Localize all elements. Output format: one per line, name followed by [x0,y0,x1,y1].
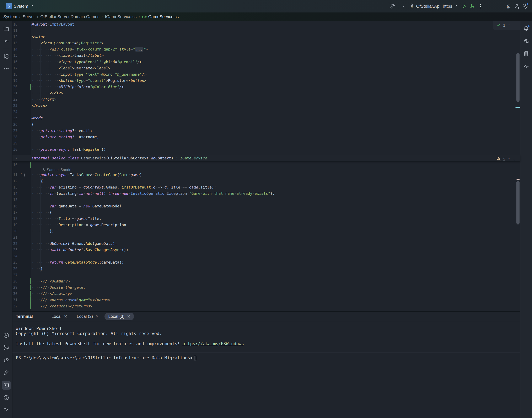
terminal-tab-local-2-[interactable]: Local (2)✕ [73,313,103,320]
inspection-count: 2 [503,157,505,162]
code-line-7[interactable]: 7internal·sealed·class·GameService(OfSte… [12,155,520,161]
project-selector[interactable]: System [14,3,34,10]
terminal-link[interactable]: https://aka.ms/PSWindows [182,341,244,346]
build-button[interactable] [388,2,397,10]
prev-problem-button[interactable]: ⌃ [508,24,511,27]
profiler-icon[interactable] [2,356,11,365]
code-line-21[interactable]: 21········</div> [12,90,520,96]
structure-icon[interactable] [2,52,11,61]
run-configuration-selector[interactable]: OfStellar.Api: https [409,3,458,10]
ai-assistant-icon[interactable] [522,36,531,46]
code-line-20[interactable]: 20············<DfChip·Color="@Color.Blue… [12,84,520,90]
code-line-22[interactable]: 22····</form> [12,96,520,103]
code-line-24[interactable]: 24 [12,109,520,115]
close-icon[interactable]: ✕ [64,314,67,319]
code-line-18[interactable]: 18············Title·=·game.Title, [12,216,520,222]
problems-icon[interactable] [2,393,11,402]
run-icon[interactable] [2,331,11,340]
code-line-25[interactable]: 25@code [12,115,520,121]
code-line-27[interactable]: 27····private·string?·_email; [12,128,520,134]
code-line-10[interactable]: 10 [12,162,520,168]
terminal-tab-local-3-[interactable]: Local (3)✕ [104,313,134,320]
terminal-prompt[interactable]: PS C:\dev\system\server\src\OfStellar.In… [16,355,196,361]
code-line-18[interactable]: 18············<input·type="text"·@bind="… [12,71,520,78]
code-line-28[interactable]: 28····private·string?·_username; [12,134,520,140]
code-line-23[interactable]: 23</main> [12,103,520,109]
code-line-31[interactable]: 31····///·<param·name="game"></param> [12,297,520,303]
sticky-class-header[interactable]: 7internal·sealed·class·GameService(OfSte… [12,155,520,162]
run-button[interactable] [460,2,468,10]
build-icon[interactable] [2,368,11,377]
code-line-17[interactable]: 17········{ [12,209,520,216]
next-problem-button[interactable]: ⌄ [513,24,516,27]
code-line-19[interactable]: 19············<button·type="submit">Regi… [12,78,520,84]
breadcrumb-item-system[interactable]: System [2,14,19,19]
code-line-25[interactable]: 25········return·GameDataToModel(gameDat… [12,259,520,266]
code-line-12[interactable]: 12····{ [12,178,520,184]
code-line-11[interactable]: 11^····public·async·Task<Game>·CreateGam… [12,172,520,178]
code-line-30[interactable]: 30····private·async·Task·Register() [12,146,520,152]
services-icon[interactable] [2,343,11,352]
code-line-17[interactable]: 17············<label>Username</label> [12,65,520,71]
ai-assistant-button[interactable]: @ [505,2,513,10]
more-options-button[interactable]: ⋮ [476,2,485,10]
editor-pane-csharp[interactable]: 10Samuel Sandri11^····public·async·Task<… [12,162,520,309]
editor-area[interactable]: 10@layout·EmptyLayout1112<main>13····<fo… [12,21,520,311]
line-number: 20 [12,84,17,90]
breadcrumb-item-gameservice-cs[interactable]: C#GameService.cs [141,14,180,19]
code-line-16[interactable]: 16············<input·type="email"·@bind=… [12,59,520,65]
code-line-13[interactable]: 13····<form·@onsubmit="@Register"> [12,40,520,46]
code-line-32[interactable]: 32····///·<returns></returns> [12,303,520,309]
code-line-29[interactable]: 29····///·Update·the·game. [12,284,520,290]
notifications-icon[interactable] [522,24,531,33]
scrollbar-thumb-pane1[interactable] [516,53,520,102]
code-line-20[interactable]: 20········}; [12,228,520,234]
code-line-30[interactable]: 30····///·</summary> [12,290,520,297]
breadcrumb-item-server[interactable]: Server [21,14,36,19]
code-line-28[interactable]: 28····///·<summary> [12,278,520,284]
code-line-21[interactable]: 21 [12,234,520,241]
code-line-26[interactable]: 26{ [12,121,520,128]
close-icon[interactable]: ✕ [95,314,99,319]
code-line-26[interactable]: 26····} [12,266,520,272]
breadcrumb-item-ofstellar-server-domain-games[interactable]: OfStellar.Server.Domain.Games [39,14,101,19]
breadcrumb-item-igameservice-cs[interactable]: IGameService.cs [104,14,138,19]
code-line-16[interactable]: 16········var·gameData·=·new·GameDataMod… [12,203,520,209]
terminal-cursor [194,356,196,360]
line-number: 29 [12,140,17,146]
more-tool-windows-icon[interactable] [2,64,11,73]
code-line-14[interactable]: 14········if·(existing·is·not·null)·thro… [12,190,520,197]
build-chevron-down-icon[interactable] [399,2,408,10]
fold-collapse-icon[interactable]: ^ [20,172,22,178]
next-problem-button[interactable]: ⌄ [513,158,516,161]
code-line-13[interactable]: 13········var·existing·=·dbContext.Games… [12,184,520,190]
debug-button[interactable] [468,2,476,10]
terminal-icon[interactable] [2,381,11,390]
code-line-15[interactable]: 15············<label>Email</label> [12,52,520,59]
code-line-19[interactable]: 19············Description·=·game.Descrip… [12,222,520,228]
code-line-14[interactable]: 14········<div·class="flex-column·gap-2"… [12,46,520,52]
code-line-15[interactable]: 15 [12,197,520,203]
code-line-24[interactable]: 24 [12,253,520,259]
terminal-tab-local[interactable]: Local✕ [48,313,71,320]
gutter-caret-mark [24,174,25,176]
code-line-22[interactable]: 22········dbContext.Games.Add(gameData); [12,241,520,247]
add-user-button[interactable] [513,2,521,10]
monitoring-icon[interactable] [522,61,531,71]
code-line-27[interactable]: 27 [12,272,520,278]
database-icon[interactable] [522,49,531,58]
scrollbar-thumb-pane2[interactable] [516,181,520,224]
line-number: 29 [12,284,17,290]
code-line-29[interactable]: 29 [12,140,520,146]
editor-pane-razor[interactable]: 10@layout·EmptyLayout1112<main>13····<fo… [12,21,520,152]
version-control-icon[interactable] [2,406,11,415]
code-line-11[interactable]: 11 [12,27,520,34]
code-line-23[interactable]: 23········await·dbContext.SaveChangesAsy… [12,247,520,253]
project-icon[interactable] [2,24,11,33]
code-line-10[interactable]: 10@layout·EmptyLayout [12,21,520,27]
close-icon[interactable]: ✕ [127,314,130,319]
commit-icon[interactable] [2,36,11,46]
code-line-12[interactable]: 12<main> [12,34,520,40]
settings-button[interactable] [521,2,530,10]
prev-problem-button[interactable]: ⌃ [508,158,511,161]
